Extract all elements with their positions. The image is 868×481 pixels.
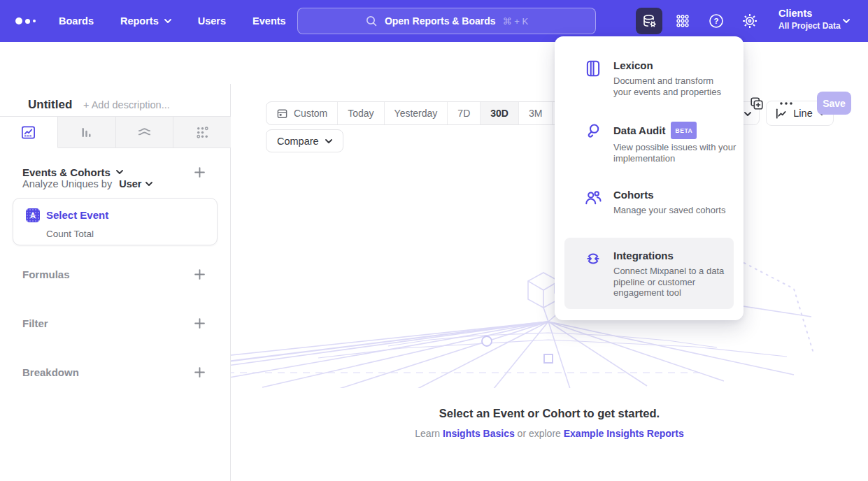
date-range-label: 7D: [457, 108, 470, 119]
menu-item-integrations[interactable]: Integrations Connect Mixpanel to a data …: [564, 238, 734, 309]
empty-state-title: Select an Event or Cohort to get started…: [231, 407, 868, 420]
account-title: Clients: [778, 8, 841, 19]
events-cohorts-label: Events & Cohorts: [22, 166, 111, 178]
plus-icon: [194, 167, 205, 178]
insights-basics-link[interactable]: Insights Basics: [443, 428, 515, 439]
apps-grid-button[interactable]: [669, 8, 696, 34]
integrations-row: Integrations Connect Mixpanel to a data …: [584, 249, 735, 299]
date-range-custom[interactable]: Custom: [266, 102, 337, 124]
add-description-field[interactable]: + Add description...: [83, 99, 170, 110]
formulas-row: Formulas: [0, 262, 231, 286]
add-filter-button[interactable]: [194, 318, 205, 329]
analyze-label: Analyze Uniques by: [22, 178, 112, 189]
date-range-label: Today: [348, 108, 373, 119]
nav-item-label: Reports: [120, 15, 159, 27]
menu-item-description: Document and transform your events and p…: [613, 76, 731, 97]
nav-item-label: Events: [252, 15, 286, 27]
menu-item-title: Data AuditBETA: [613, 122, 745, 139]
date-range-3m[interactable]: 3M: [518, 102, 552, 124]
data-management-button[interactable]: [636, 8, 662, 34]
integrations-icon: [584, 250, 602, 299]
report-title[interactable]: Untitled: [28, 98, 72, 112]
data-management-menu: Lexicon Document and transform your even…: [555, 36, 744, 320]
search-shortcut: ⌘ + K: [503, 16, 529, 27]
duplicate-button[interactable]: [749, 96, 764, 111]
nav-item-reports[interactable]: Reports: [120, 15, 171, 27]
chevron-down-icon: [145, 182, 152, 186]
more-options-button[interactable]: [778, 98, 795, 109]
tab-metrics[interactable]: [173, 117, 231, 148]
filter-row: Filter: [0, 311, 231, 335]
line-chart-icon: [20, 124, 36, 141]
lexicon-icon: [584, 59, 602, 97]
tab-bar-chart[interactable]: [58, 117, 116, 148]
help-button[interactable]: ?: [703, 8, 730, 34]
select-event-card[interactable]: A Select Event Count Total: [13, 198, 218, 245]
date-range-yesterday[interactable]: Yesterday: [384, 102, 448, 124]
menu-item-cohorts[interactable]: Cohorts Manage your saved cohorts: [584, 188, 725, 216]
gear-icon: [741, 13, 758, 29]
bar-chart-icon: [78, 124, 94, 141]
tab-line-chart[interactable]: [0, 117, 58, 148]
grid-dots-icon: [674, 13, 691, 29]
help-icon: ?: [708, 13, 725, 29]
chevron-down-icon: [164, 19, 171, 23]
calendar-icon: [276, 108, 288, 120]
save-button[interactable]: Save: [817, 92, 851, 115]
nav-item-boards[interactable]: Boards: [59, 15, 94, 27]
chart-type-tabs: [0, 116, 231, 148]
date-range-7d[interactable]: 7D: [447, 102, 480, 124]
or-explore-text: or explore: [518, 428, 561, 439]
nav-item-events[interactable]: Events: [252, 15, 286, 27]
filter-label: Filter: [22, 317, 48, 329]
event-letter-badge: A: [26, 208, 40, 222]
chart-type-label: Line: [793, 108, 812, 119]
add-event-button[interactable]: [194, 167, 205, 178]
flow-icon: [136, 124, 152, 141]
breakdown-row: Breakdown: [0, 360, 231, 384]
date-range-control: Custom Today Yesterday 7D 30D 3M 6M: [266, 101, 587, 125]
count-total-label[interactable]: Count Total: [46, 229, 94, 239]
analyze-value: User: [119, 178, 141, 189]
chevron-down-icon: [116, 170, 123, 174]
menu-item-description: View possible issues with your implement…: [613, 142, 745, 164]
search-placeholder: Open Reports & Boards: [385, 15, 496, 27]
top-nav: Boards Reports Users Events Open Reports…: [0, 0, 868, 42]
date-range-today[interactable]: Today: [337, 102, 383, 124]
date-range-30d[interactable]: 30D: [480, 102, 518, 124]
empty-state-subtitle: Learn Insights Basics or explore Example…: [231, 428, 868, 439]
mixpanel-logo[interactable]: [15, 17, 36, 24]
date-range-label: Custom: [294, 108, 327, 119]
menu-item-data-audit[interactable]: Data AuditBETA View possible issues with…: [584, 122, 745, 164]
search-icon: [365, 15, 378, 27]
menu-item-lexicon[interactable]: Lexicon Document and transform your even…: [584, 59, 731, 97]
nav-links: Boards Reports Users Events: [59, 0, 286, 42]
select-event-label[interactable]: Select Event: [46, 209, 108, 221]
search-input[interactable]: Open Reports & Boards ⌘ + K: [297, 8, 596, 34]
date-range-label: 30D: [490, 108, 508, 119]
chevron-down-icon: [744, 112, 751, 116]
dot-grid-icon: [194, 124, 211, 141]
account-subtitle: All Project Data: [778, 21, 841, 31]
beta-badge: BETA: [671, 122, 697, 139]
copy-plus-icon: [749, 96, 764, 111]
events-cohorts-header[interactable]: Events & Cohorts: [22, 166, 123, 178]
menu-item-description: Manage your saved cohorts: [613, 205, 725, 216]
tab-flow-chart[interactable]: [116, 117, 174, 148]
learn-prefix: Learn: [415, 428, 440, 439]
chevron-down-icon: [843, 19, 850, 23]
breakdown-label: Breakdown: [22, 366, 79, 378]
compare-dropdown[interactable]: Compare: [266, 129, 343, 152]
menu-item-title: Cohorts: [613, 188, 725, 202]
add-formula-button[interactable]: [194, 269, 205, 280]
add-breakdown-button[interactable]: [194, 367, 205, 378]
project-selector[interactable]: Clients All Project Data: [778, 8, 841, 31]
data-audit-icon: [584, 122, 602, 164]
query-builder-sidebar: Analyze Uniques by User: [0, 84, 231, 481]
settings-button[interactable]: [737, 8, 763, 34]
menu-item-title: Integrations: [613, 249, 735, 263]
nav-item-users[interactable]: Users: [198, 15, 226, 27]
analyze-value-dropdown[interactable]: User: [119, 178, 152, 189]
menu-item-title: Lexicon: [613, 59, 731, 73]
example-insights-reports-link[interactable]: Example Insights Reports: [564, 428, 684, 439]
